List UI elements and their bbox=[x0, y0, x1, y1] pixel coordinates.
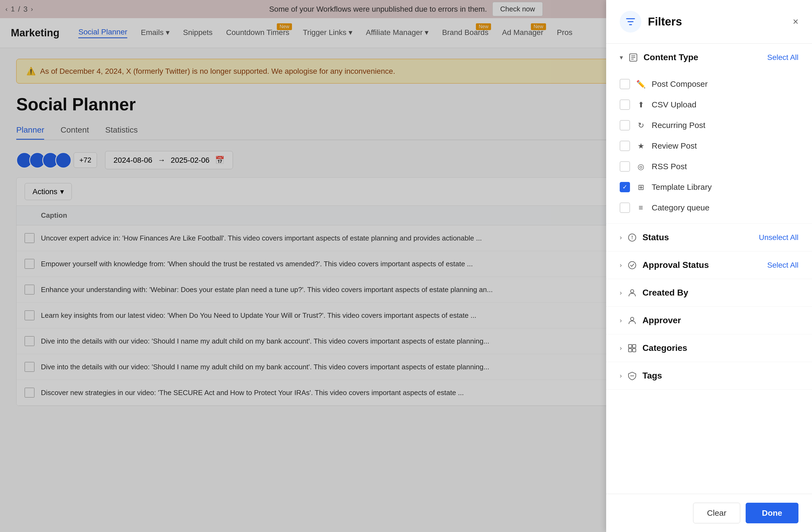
filter-section-left: › Created By bbox=[620, 288, 688, 298]
filter-section-left: › Categories bbox=[620, 343, 687, 353]
svg-rect-16 bbox=[633, 348, 636, 352]
filter-item-label: Recurring Post bbox=[652, 121, 705, 130]
recurring-post-icon: ↻ bbox=[635, 120, 646, 131]
filter-body: ▾ Content Type Select All ✏️ Post Co bbox=[606, 44, 812, 494]
chevron-right-icon: › bbox=[620, 262, 622, 269]
status-icon bbox=[627, 233, 637, 242]
filter-section-header-content-type[interactable]: ▾ Content Type Select All bbox=[606, 44, 812, 71]
select-all-button[interactable]: Select All bbox=[767, 53, 798, 62]
filter-section-header-approver[interactable]: › Approver bbox=[606, 307, 812, 334]
filter-item-recurring-post[interactable]: ↻ Recurring Post bbox=[620, 115, 798, 136]
filter-header: Filters × bbox=[606, 0, 812, 44]
filter-section-title: Tags bbox=[642, 371, 662, 381]
filter-item-review-post[interactable]: ★ Review Post bbox=[620, 136, 798, 156]
filter-item-template-library[interactable]: ⊞ Template Library bbox=[620, 177, 798, 197]
filter-close-button[interactable]: × bbox=[793, 16, 798, 27]
rss-post-icon: ◎ bbox=[635, 161, 646, 172]
filter-panel: Filters × ▾ Content Type Select All bbox=[606, 0, 812, 532]
filter-section-categories: › Categories bbox=[606, 334, 812, 362]
filter-section-header-approval-status[interactable]: › Approval Status Select All bbox=[606, 251, 812, 279]
svg-rect-14 bbox=[633, 344, 636, 348]
svg-rect-13 bbox=[629, 344, 632, 348]
categories-icon bbox=[627, 343, 637, 353]
filter-item-label: Post Composer bbox=[652, 80, 708, 89]
svg-point-11 bbox=[630, 290, 634, 293]
filter-checkbox-recurring-post[interactable] bbox=[620, 120, 630, 130]
review-post-icon: ★ bbox=[635, 140, 646, 151]
filter-section-title: Approver bbox=[642, 316, 681, 325]
filter-icon-circle bbox=[620, 11, 641, 32]
chevron-right-icon: › bbox=[620, 372, 622, 380]
filter-checkbox-review-post[interactable] bbox=[620, 141, 630, 151]
filter-section-left: › Tags bbox=[620, 371, 662, 381]
filter-section-left: › Status bbox=[620, 233, 669, 242]
filter-item-label: Review Post bbox=[652, 141, 697, 151]
filter-item-csv-upload[interactable]: ⬆ CSV Upload bbox=[620, 94, 798, 115]
select-all-button-approval[interactable]: Select All bbox=[767, 261, 798, 269]
filter-icon bbox=[625, 16, 637, 28]
filter-section-header-status[interactable]: › Status Unselect All bbox=[606, 224, 812, 251]
filter-section-approval-status: › Approval Status Select All bbox=[606, 251, 812, 279]
svg-point-9 bbox=[632, 238, 633, 239]
chevron-down-icon: ▾ bbox=[620, 54, 623, 61]
template-library-icon: ⊞ bbox=[635, 182, 646, 193]
filter-item-label: Template Library bbox=[652, 182, 712, 192]
filter-section-approver: › Approver bbox=[606, 307, 812, 334]
filter-section-status: › Status Unselect All bbox=[606, 224, 812, 251]
filter-title: Filters bbox=[648, 15, 682, 28]
filter-item-rss-post[interactable]: ◎ RSS Post bbox=[620, 156, 798, 177]
chevron-right-icon: › bbox=[620, 234, 622, 241]
category-queue-icon: ≡ bbox=[635, 202, 646, 213]
created-by-icon bbox=[627, 288, 637, 298]
filter-section-title: Categories bbox=[642, 343, 687, 353]
filter-section-content-type: ▾ Content Type Select All ✏️ Post Co bbox=[606, 44, 812, 224]
filter-checkbox-template-library[interactable] bbox=[620, 182, 630, 192]
approver-icon bbox=[627, 316, 637, 325]
filter-section-header-tags[interactable]: › Tags bbox=[606, 362, 812, 389]
svg-point-12 bbox=[630, 317, 634, 321]
post-composer-icon: ✏️ bbox=[635, 79, 646, 89]
filter-section-left: › Approval Status bbox=[620, 260, 709, 270]
filter-section-title: Status bbox=[642, 233, 669, 242]
filter-section-title: Created By bbox=[642, 288, 688, 298]
filter-section-title: Approval Status bbox=[642, 260, 709, 270]
chevron-right-icon: › bbox=[620, 317, 622, 324]
clear-button[interactable]: Clear bbox=[693, 503, 740, 523]
filter-checkbox-csv-upload[interactable] bbox=[620, 99, 630, 110]
filter-section-header-created-by[interactable]: › Created By bbox=[606, 279, 812, 306]
approval-status-icon bbox=[627, 260, 637, 270]
filter-checkbox-category-queue[interactable] bbox=[620, 202, 630, 213]
filter-item-category-queue[interactable]: ≡ Category queue bbox=[620, 197, 798, 218]
filter-checkbox-post-composer[interactable] bbox=[620, 79, 630, 89]
unselect-all-button[interactable]: Unselect All bbox=[759, 233, 798, 242]
filter-items-content-type: ✏️ Post Composer ⬆ CSV Upload ↻ Recurrin… bbox=[606, 71, 812, 223]
filter-item-label: CSV Upload bbox=[652, 100, 696, 109]
filter-item-post-composer[interactable]: ✏️ Post Composer bbox=[620, 74, 798, 94]
content-type-icon bbox=[628, 53, 638, 62]
filter-header-left: Filters bbox=[620, 11, 682, 32]
tags-icon bbox=[627, 371, 637, 381]
filter-section-left: › Approver bbox=[620, 316, 681, 325]
svg-point-10 bbox=[629, 262, 636, 269]
done-button[interactable]: Done bbox=[746, 503, 798, 523]
chevron-right-icon: › bbox=[620, 344, 622, 352]
filter-section-left: ▾ Content Type bbox=[620, 52, 698, 62]
svg-rect-15 bbox=[629, 348, 632, 352]
filter-section-header-categories[interactable]: › Categories bbox=[606, 334, 812, 362]
filter-section-created-by: › Created By bbox=[606, 279, 812, 307]
filter-checkbox-rss-post[interactable] bbox=[620, 161, 630, 172]
filter-item-label: Category queue bbox=[652, 203, 710, 212]
filter-item-label: RSS Post bbox=[652, 162, 687, 171]
csv-upload-icon: ⬆ bbox=[635, 99, 646, 110]
chevron-right-icon: › bbox=[620, 289, 622, 297]
filter-section-title: Content Type bbox=[643, 52, 698, 62]
filter-footer: Clear Done bbox=[606, 494, 812, 532]
filter-section-tags: › Tags bbox=[606, 362, 812, 390]
